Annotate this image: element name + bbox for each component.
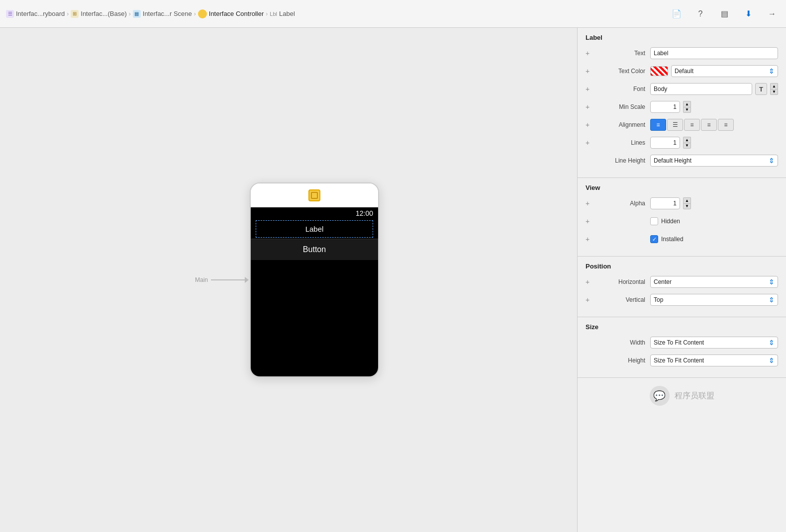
breadcrumb-storyboard[interactable]: ☰ Interfac...ryboard	[6, 10, 65, 18]
font-stepper: ▲ ▼	[770, 83, 778, 95]
font-row: + Font T ▲ ▼	[586, 82, 778, 96]
text-input[interactable]	[650, 47, 778, 59]
breadcrumb-storyboard-label: Interfac...ryboard	[16, 10, 65, 17]
sep3: ›	[194, 10, 196, 17]
installed-checkbox[interactable]: ✓	[650, 235, 658, 243]
height-dropdown[interactable]: Size To Fit Content ⇕	[650, 355, 778, 366]
hidden-checkbox[interactable]	[650, 217, 658, 225]
vertical-row: + Vertical Top ⇕	[586, 293, 778, 307]
height-value: Size To Fit Content	[654, 357, 704, 364]
text-plus[interactable]: +	[586, 49, 595, 57]
position-section: Position + Horizontal Center ⇕ + Vertica…	[578, 257, 786, 317]
text-color-value-wrapper: Default ⇕	[650, 65, 778, 77]
device-button-row[interactable]: Button	[251, 239, 378, 260]
size-section: Size + Width Size To Fit Content ⇕ + Hei…	[578, 317, 786, 378]
breadcrumb-label-item[interactable]: Lbl Label	[270, 10, 295, 17]
min-scale-down[interactable]: ▼	[683, 107, 691, 113]
alpha-value-wrapper: ▲ ▼	[650, 197, 778, 209]
position-section-title: Position	[586, 263, 778, 270]
alignment-value-wrapper: ≡ ☰ ≡ ≡ ≡	[650, 119, 778, 131]
breadcrumb-base[interactable]: ⊞ Interfac...(Base)	[71, 10, 126, 18]
installed-value-wrapper: ✓ Installed	[650, 235, 778, 243]
vertical-value-wrapper: Top ⇕	[650, 294, 778, 306]
inspector-button[interactable]: ▤	[716, 6, 732, 22]
align-right-btn[interactable]: ≡	[684, 119, 700, 131]
device-time-bar: 12:00	[251, 207, 378, 219]
height-arrow: ⇕	[769, 356, 775, 364]
canvas-area: Main 12:00 Label	[0, 28, 577, 532]
vertical-label: Vertical	[595, 296, 650, 303]
hidden-plus[interactable]: +	[586, 217, 595, 225]
view-section-title: View	[586, 184, 778, 191]
align-justify-btn[interactable]: ≡	[701, 119, 717, 131]
file-button[interactable]: 📄	[669, 6, 685, 22]
forward-button[interactable]: →	[764, 6, 780, 22]
vertical-plus[interactable]: +	[586, 296, 595, 304]
controller-icon	[198, 9, 207, 18]
hidden-cb-label: Hidden	[661, 218, 680, 225]
font-stepper-down[interactable]: ▼	[770, 89, 778, 95]
watermark: 💬 程序员联盟	[578, 378, 786, 414]
min-scale-input[interactable]	[650, 101, 680, 113]
breadcrumb-scene[interactable]: ▦ Interfac...r Scene	[133, 10, 192, 18]
vertical-dropdown[interactable]: Top ⇕	[650, 294, 778, 306]
line-height-value-wrapper: Default Height ⇕	[650, 155, 778, 167]
text-color-dropdown[interactable]: Default ⇕	[671, 65, 778, 77]
align-left-btn[interactable]: ≡	[650, 119, 666, 131]
width-arrow: ⇕	[769, 339, 775, 347]
label-section-title: Label	[586, 34, 778, 41]
lines-row: + Lines ▲ ▼	[586, 136, 778, 150]
text-color-plus[interactable]: +	[586, 67, 595, 75]
min-scale-up[interactable]: ▲	[683, 101, 691, 107]
top-bar-right: 📄 ? ▤ ⬇ →	[669, 6, 780, 22]
breadcrumb-label-text: Label	[279, 10, 295, 17]
help-button[interactable]: ?	[692, 6, 708, 22]
align-natural-btn[interactable]: ≡	[718, 119, 734, 131]
alpha-plus[interactable]: +	[586, 199, 595, 207]
horizontal-plus[interactable]: +	[586, 278, 595, 286]
min-scale-stepper: ▲ ▼	[683, 101, 691, 113]
device-black-area	[251, 260, 378, 325]
breadcrumb-scene-label: Interfac...r Scene	[143, 10, 192, 17]
horizontal-row: + Horizontal Center ⇕	[586, 275, 778, 289]
alpha-input[interactable]	[650, 197, 680, 209]
font-t-icon[interactable]: T	[755, 83, 767, 95]
installed-plus[interactable]: +	[586, 235, 595, 243]
text-label: Text	[595, 50, 650, 57]
text-color-value: Default	[675, 68, 693, 75]
alpha-label: Alpha	[595, 200, 650, 207]
font-label: Font	[595, 86, 650, 92]
lines-plus[interactable]: +	[586, 139, 595, 147]
watch-device: 12:00 Label Button	[250, 182, 379, 377]
device-top-bar	[251, 183, 378, 207]
horizontal-dropdown[interactable]: Center ⇕	[650, 276, 778, 288]
device-label-row[interactable]: Label	[256, 220, 373, 238]
align-center-btn[interactable]: ☰	[667, 119, 683, 131]
lines-down[interactable]: ▼	[683, 143, 691, 149]
lines-stepper: ▲ ▼	[683, 137, 691, 149]
horizontal-value: Center	[654, 278, 672, 285]
alpha-down[interactable]: ▼	[683, 203, 691, 209]
alpha-up[interactable]: ▲	[683, 197, 691, 203]
lines-input[interactable]	[650, 137, 680, 149]
font-plus[interactable]: +	[586, 85, 595, 93]
line-height-dropdown[interactable]: Default Height ⇕	[650, 155, 778, 167]
width-dropdown[interactable]: Size To Fit Content ⇕	[650, 337, 778, 349]
height-label: Height	[595, 357, 650, 364]
breadcrumb-controller[interactable]: Interface Controller	[198, 9, 264, 18]
arrow-down-button[interactable]: ⬇	[740, 6, 756, 22]
lines-label: Lines	[595, 139, 650, 146]
horizontal-value-wrapper: Center ⇕	[650, 276, 778, 288]
width-label: Width	[595, 339, 650, 346]
vertical-value: Top	[654, 296, 663, 303]
align-plus[interactable]: +	[586, 121, 595, 129]
font-input[interactable]	[650, 83, 752, 95]
min-scale-plus[interactable]: +	[586, 103, 595, 111]
installed-row: + ✓ Installed	[586, 232, 778, 246]
watermark-icon: 💬	[650, 386, 670, 406]
font-stepper-up[interactable]: ▲	[770, 83, 778, 89]
breadcrumb-controller-label: Interface Controller	[209, 10, 264, 17]
lines-up[interactable]: ▲	[683, 137, 691, 143]
device-time: 12:00	[356, 209, 373, 217]
color-swatch[interactable]	[650, 66, 668, 76]
